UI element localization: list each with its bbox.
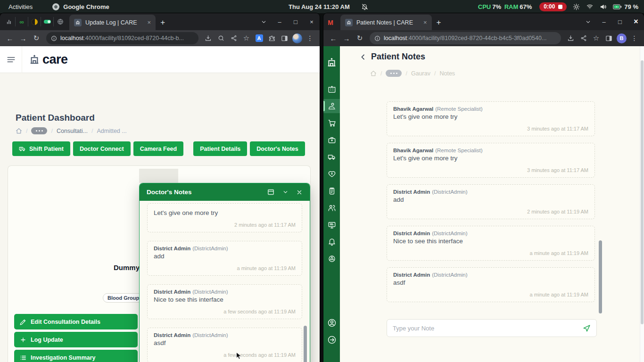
shift-patient-button[interactable]: Shift Patient <box>12 141 70 156</box>
system-monitor-indicator[interactable]: CPU7% RAM67% <box>478 3 534 10</box>
minimize-button[interactable]: – <box>596 13 612 30</box>
tab-search-chevron-icon[interactable] <box>256 13 272 30</box>
back-chevron-icon[interactable] <box>359 53 367 61</box>
install-icon[interactable] <box>565 33 577 44</box>
page-scrollbar-thumb[interactable] <box>641 60 644 324</box>
sidebar-facility-icon[interactable] <box>323 82 340 96</box>
address-bar[interactable]: localhost:4000/facility/81092ced-8720-44… <box>370 32 561 44</box>
log-update-button[interactable]: Log Update <box>14 332 138 347</box>
pinned-tab-globe-icon[interactable] <box>54 17 66 26</box>
breadcrumb-patient[interactable]: Gaurav <box>411 70 430 77</box>
pinned-tab-chart-icon[interactable] <box>3 17 16 26</box>
new-tab-button[interactable]: + <box>437 18 441 27</box>
profile-avatar[interactable] <box>291 33 303 44</box>
breadcrumb-ellipsis-pill[interactable] <box>31 127 47 134</box>
sidebar-sample-clipboard-icon[interactable] <box>323 184 340 198</box>
maximize-button[interactable]: □ <box>288 13 304 30</box>
share-icon[interactable] <box>578 33 589 44</box>
page-scrollbar[interactable] <box>640 46 644 362</box>
home-icon[interactable] <box>370 70 377 77</box>
maximize-button[interactable]: □ <box>612 13 628 30</box>
reload-button[interactable]: ↻ <box>354 32 366 44</box>
sidebar-assets-cart-icon[interactable] <box>323 116 340 130</box>
extensions-puzzle-icon[interactable] <box>266 33 278 44</box>
breadcrumb-consultation[interactable]: Consultati... <box>57 128 88 134</box>
browser-menu-icon[interactable]: ⋮ <box>628 33 640 44</box>
close-window-button[interactable]: × <box>304 13 320 30</box>
notes-scrollbar-thumb[interactable] <box>599 240 602 313</box>
home-icon[interactable] <box>16 128 22 134</box>
tab-close-icon[interactable]: × <box>148 19 151 26</box>
popout-window-icon[interactable] <box>267 188 275 196</box>
volume-icon[interactable] <box>600 3 607 10</box>
sidebar-notice-board-icon[interactable] <box>323 218 340 232</box>
battery-indicator[interactable]: 79 % <box>613 3 638 10</box>
zoom-icon[interactable] <box>215 33 227 44</box>
back-button[interactable]: ← <box>4 32 16 44</box>
wifi-icon[interactable] <box>586 3 594 10</box>
pinned-tab-toggle-icon[interactable] <box>41 17 54 26</box>
care-logo[interactable]: care <box>29 52 68 67</box>
doctors-notes-button[interactable]: Doctor's Notes <box>250 141 305 156</box>
investigation-summary-button[interactable]: Investigation Summary <box>14 350 138 362</box>
install-icon[interactable] <box>202 33 214 44</box>
profile-avatar[interactable]: B <box>616 33 627 44</box>
back-button[interactable]: ← <box>327 32 339 44</box>
activities-button[interactable]: Activities <box>8 3 33 10</box>
care-favicon <box>74 19 82 26</box>
browser-menu-icon[interactable]: ⋮ <box>304 33 316 44</box>
side-panel-icon[interactable] <box>603 33 615 44</box>
sidebar-users-icon[interactable] <box>323 201 340 215</box>
note-input[interactable] <box>393 325 583 332</box>
forward-button[interactable]: → <box>340 32 353 44</box>
tab-patient-notes[interactable]: Patient Notes | CARE × <box>340 15 432 30</box>
screen-recording-indicator[interactable]: 0:00 <box>539 2 567 11</box>
pinned-tab-bird-icon[interactable] <box>28 17 41 26</box>
right-toolbar: ← → ↻ localhost:4000/facility/81092ced-8… <box>323 30 644 46</box>
collapse-chevron-icon[interactable] <box>282 189 289 195</box>
translate-extension-icon[interactable]: A <box>253 33 265 44</box>
sidebar-resource-heart-icon[interactable] <box>323 167 340 181</box>
focused-app-menu[interactable]: Google Chrome <box>52 3 109 10</box>
address-bar[interactable]: localhost:4000/facility/81092ced-8720-44… <box>46 32 198 44</box>
side-panel-icon[interactable] <box>279 33 290 44</box>
brightness-icon[interactable] <box>573 3 580 10</box>
hamburger-menu-icon[interactable] <box>7 55 16 64</box>
bookmark-star-icon[interactable]: ☆ <box>240 33 252 44</box>
breadcrumb-admitted[interactable]: Admitted ... <box>97 128 126 134</box>
tab-search-chevron-icon[interactable] <box>580 13 596 30</box>
sidebar-patients-icon[interactable] <box>323 99 340 113</box>
clock[interactable]: Thu Aug 24 11:20 AM <box>289 3 350 10</box>
reload-button[interactable]: ↻ <box>30 32 42 44</box>
sidebar-shifting-ambulance-icon[interactable] <box>323 150 340 164</box>
modal-header[interactable]: Doctor's Notes <box>140 183 310 201</box>
sidebar-notifications-icon[interactable] <box>323 235 340 249</box>
bookmark-star-icon[interactable]: ☆ <box>590 33 602 44</box>
send-note-icon[interactable] <box>583 324 591 332</box>
share-icon[interactable] <box>228 33 239 44</box>
modal-scrollbar-thumb[interactable] <box>304 326 307 362</box>
minimize-button[interactable]: – <box>272 13 288 30</box>
breadcrumb-notes[interactable]: Notes <box>439 70 455 77</box>
pinned-tab-gmail-icon[interactable]: M <box>323 19 338 26</box>
sidebar-sign-out-icon[interactable] <box>323 333 340 347</box>
close-modal-icon[interactable] <box>296 189 303 196</box>
new-tab-button[interactable]: + <box>160 18 165 27</box>
care-sidebar <box>323 46 340 362</box>
sidebar-dashboard-wheel-icon[interactable] <box>323 252 340 266</box>
care-hospital-logo-icon[interactable] <box>327 57 337 68</box>
doctor-connect-button[interactable]: Doctor Connect <box>73 141 131 156</box>
tab-update-log[interactable]: Update Log | CARE × <box>69 15 156 30</box>
sidebar-profile-icon[interactable] <box>323 316 340 330</box>
close-window-button[interactable]: × <box>628 13 644 30</box>
forward-button[interactable]: → <box>17 32 29 44</box>
tab-close-icon[interactable]: × <box>423 19 427 26</box>
mouse-cursor <box>234 352 243 360</box>
edit-consultation-button[interactable]: Edit Consultation Details <box>14 314 138 329</box>
pinned-tab-bow-icon[interactable]: ∞ <box>16 17 28 26</box>
notifications-muted-icon[interactable] <box>361 3 368 10</box>
patient-details-button[interactable]: Patient Details <box>193 141 247 156</box>
sidebar-medkit-icon[interactable] <box>323 133 340 147</box>
breadcrumb-ellipsis-pill[interactable] <box>386 70 402 77</box>
camera-feed-button[interactable]: Camera Feed <box>133 141 184 156</box>
